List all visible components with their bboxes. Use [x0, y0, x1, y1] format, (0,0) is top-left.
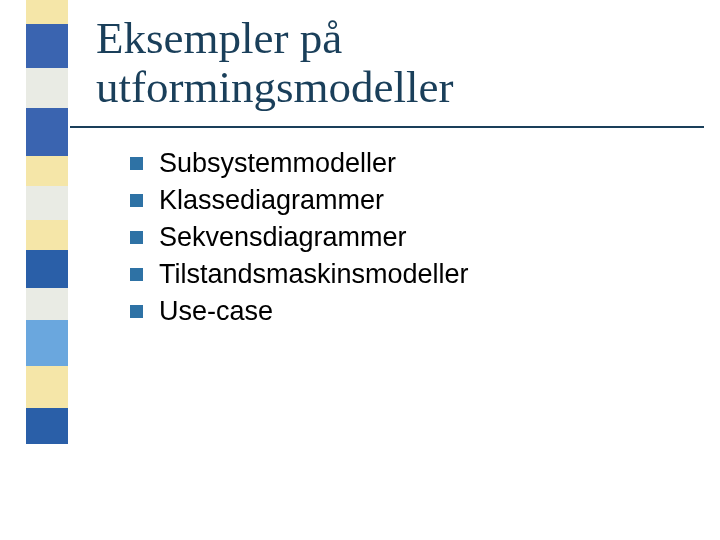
slide: Eksempler på utformingsmodeller Subsyste…	[0, 0, 720, 540]
list-item-label: Sekvensdiagrammer	[159, 222, 407, 253]
list-item: Use-case	[130, 296, 469, 327]
square-bullet-icon	[130, 157, 143, 170]
sidebar-block	[26, 186, 68, 220]
title-divider	[70, 126, 704, 128]
sidebar-block	[26, 24, 68, 68]
list-item: Subsystemmodeller	[130, 148, 469, 179]
decorative-sidebar	[26, 0, 68, 540]
list-item: Sekvensdiagrammer	[130, 222, 469, 253]
sidebar-block	[26, 288, 68, 320]
sidebar-block	[26, 250, 68, 288]
list-item-label: Tilstandsmaskinsmodeller	[159, 259, 469, 290]
square-bullet-icon	[130, 305, 143, 318]
square-bullet-icon	[130, 268, 143, 281]
sidebar-block	[26, 156, 68, 186]
list-item-label: Use-case	[159, 296, 273, 327]
sidebar-block	[26, 108, 68, 156]
sidebar-block	[26, 408, 68, 444]
square-bullet-icon	[130, 194, 143, 207]
sidebar-block	[26, 220, 68, 250]
list-item: Klassediagrammer	[130, 185, 469, 216]
title-line-1: Eksempler på	[96, 13, 342, 63]
list-item-label: Klassediagrammer	[159, 185, 384, 216]
sidebar-block	[26, 0, 68, 24]
list-item-label: Subsystemmodeller	[159, 148, 396, 179]
title-line-2: utformingsmodeller	[96, 62, 453, 112]
slide-body: Subsystemmodeller Klassediagrammer Sekve…	[130, 148, 469, 333]
slide-title: Eksempler på utformingsmodeller	[96, 14, 453, 111]
sidebar-block	[26, 320, 68, 366]
sidebar-block	[26, 444, 68, 540]
sidebar-block	[26, 366, 68, 408]
square-bullet-icon	[130, 231, 143, 244]
sidebar-block	[26, 68, 68, 108]
list-item: Tilstandsmaskinsmodeller	[130, 259, 469, 290]
